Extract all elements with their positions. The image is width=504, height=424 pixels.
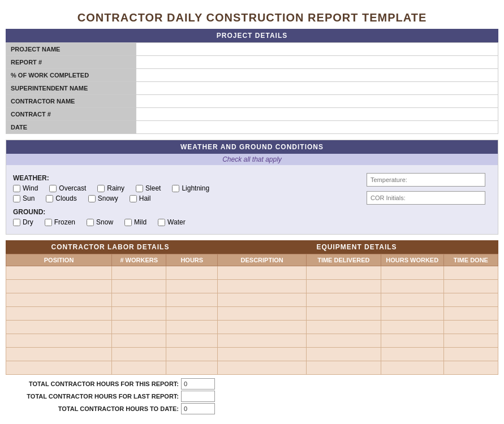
cell-time-done[interactable] [443, 280, 498, 293]
cor-initials-input[interactable] [367, 191, 485, 205]
clouds-checkbox[interactable] [46, 195, 53, 202]
cell-position[interactable] [6, 293, 112, 307]
cell-desc[interactable] [218, 293, 307, 307]
project-field-value[interactable] [136, 108, 498, 121]
weather-category-label: WEATHER: [13, 174, 367, 182]
cell-desc[interactable] [218, 334, 307, 348]
cell-hours-worked[interactable] [381, 293, 443, 307]
temperature-input[interactable] [367, 173, 485, 187]
cell-hours[interactable] [166, 361, 218, 375]
weather-checkboxes: WEATHER: Wind Overcast Rainy Sleet Light… [13, 171, 367, 228]
project-field-row: CONTRACTOR NAME [6, 95, 498, 108]
cell-workers[interactable] [112, 293, 166, 307]
project-field-value[interactable] [136, 43, 498, 56]
rainy-checkbox[interactable] [97, 185, 105, 192]
cell-hours-worked[interactable] [381, 321, 443, 334]
ground-row1: Dry Frozen Snow Mild Water [13, 218, 367, 228]
cell-desc[interactable] [218, 361, 307, 375]
cell-time-del[interactable] [307, 266, 381, 280]
cell-hours-worked[interactable] [381, 361, 443, 375]
cell-workers[interactable] [112, 348, 166, 361]
project-field-row: SUPERINTENDENT NAME [6, 82, 498, 95]
snowy-checkbox[interactable] [88, 195, 96, 202]
mild-checkbox[interactable] [124, 219, 132, 226]
cell-hours-worked[interactable] [381, 307, 443, 321]
total-this-report-value[interactable] [181, 378, 215, 390]
cell-time-done[interactable] [443, 266, 498, 280]
cell-time-done[interactable] [443, 321, 498, 334]
cell-desc[interactable] [218, 321, 307, 334]
cell-workers[interactable] [112, 321, 166, 334]
project-field-value[interactable] [136, 121, 498, 134]
cell-position[interactable] [6, 307, 112, 321]
dry-checkbox[interactable] [13, 219, 20, 226]
cell-desc[interactable] [218, 280, 307, 293]
cell-position[interactable] [6, 321, 112, 334]
cell-hours[interactable] [166, 293, 218, 307]
project-field-value[interactable] [136, 82, 498, 95]
cell-workers[interactable] [112, 307, 166, 321]
cell-desc[interactable] [218, 348, 307, 361]
water-checkbox[interactable] [158, 219, 165, 226]
cell-time-del[interactable] [307, 280, 381, 293]
cell-hours-worked[interactable] [381, 280, 443, 293]
cell-time-del[interactable] [307, 348, 381, 361]
cell-time-done[interactable] [443, 334, 498, 348]
cell-hours-worked[interactable] [381, 348, 443, 361]
cell-time-del[interactable] [307, 307, 381, 321]
cell-position[interactable] [6, 361, 112, 375]
weather-row1: Wind Overcast Rainy Sleet Lightning [13, 184, 367, 194]
cell-time-done[interactable] [443, 293, 498, 307]
cell-hours[interactable] [166, 280, 218, 293]
cell-time-del[interactable] [307, 293, 381, 307]
mild-label: Mild [134, 218, 147, 226]
col-header-hours-worked: HOURS WORKED [381, 254, 443, 266]
cell-workers[interactable] [112, 334, 166, 348]
project-field-value[interactable] [136, 69, 498, 82]
cell-workers[interactable] [112, 361, 166, 375]
hail-checkbox[interactable] [130, 195, 137, 202]
cell-hours-worked[interactable] [381, 266, 443, 280]
project-field-value[interactable] [136, 56, 498, 69]
cell-time-del[interactable] [307, 361, 381, 375]
cell-desc[interactable] [218, 307, 307, 321]
weather-section: WEATHER AND GROUND CONDITIONS Check all … [6, 140, 498, 235]
cell-desc[interactable] [218, 266, 307, 280]
col-header-desc: DESCRIPTION [218, 254, 307, 266]
lightning-checkbox[interactable] [172, 185, 179, 192]
labor-equipment-table: POSITION # WORKERS HOURS DESCRIPTION TIM… [6, 254, 498, 375]
cell-time-del[interactable] [307, 334, 381, 348]
cell-time-done[interactable] [443, 348, 498, 361]
table-row [6, 334, 498, 348]
cell-position[interactable] [6, 280, 112, 293]
cell-workers[interactable] [112, 266, 166, 280]
cell-hours[interactable] [166, 321, 218, 334]
cell-hours-worked[interactable] [381, 334, 443, 348]
overcast-label: Overcast [59, 184, 86, 192]
cell-hours[interactable] [166, 334, 218, 348]
total-last-report-value[interactable] [181, 391, 215, 402]
snow-checkbox[interactable] [87, 219, 94, 226]
frozen-checkbox[interactable] [45, 219, 52, 226]
cell-hours[interactable] [166, 307, 218, 321]
sun-label: Sun [23, 194, 35, 202]
cell-time-done[interactable] [443, 307, 498, 321]
cell-workers[interactable] [112, 280, 166, 293]
cell-position[interactable] [6, 266, 112, 280]
total-to-date-row: TOTAL CONTRACTOR HOURS TO DATE: [6, 403, 498, 414]
sun-checkbox[interactable] [13, 195, 20, 202]
cell-time-del[interactable] [307, 321, 381, 334]
cell-time-done[interactable] [443, 361, 498, 375]
cell-hours[interactable] [166, 266, 218, 280]
cell-position[interactable] [6, 348, 112, 361]
wind-checkbox[interactable] [13, 185, 20, 192]
total-last-report-row: TOTAL CONTRACTOR HOURS FOR LAST REPORT: [6, 391, 498, 402]
dry-label: Dry [23, 218, 33, 226]
total-to-date-value[interactable] [181, 403, 215, 414]
overcast-checkbox[interactable] [49, 185, 57, 192]
cell-position[interactable] [6, 334, 112, 348]
cell-hours[interactable] [166, 348, 218, 361]
project-field-value[interactable] [136, 95, 498, 108]
equipment-section-header: EQUIPMENT DETAILS [215, 240, 498, 254]
sleet-checkbox[interactable] [136, 185, 143, 192]
